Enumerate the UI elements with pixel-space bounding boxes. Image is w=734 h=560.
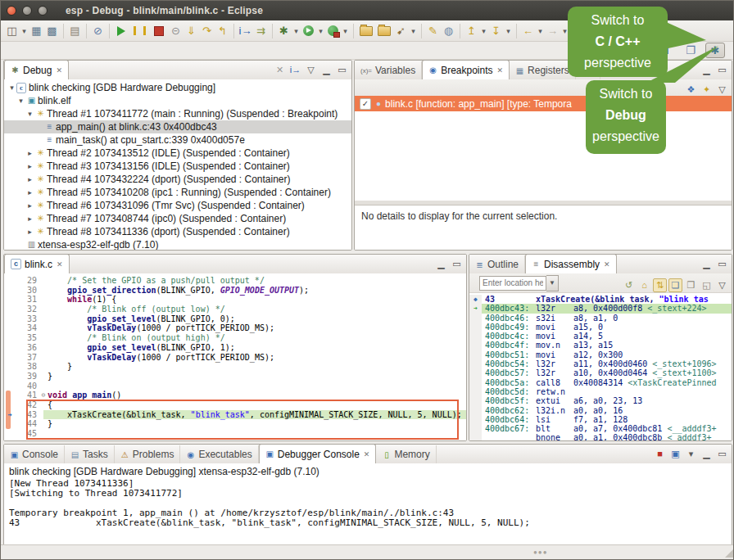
expander-icon[interactable]: ▾ [7, 81, 16, 94]
disassembly-row[interactable]: 400dbc5f:extuia6, a0, 23, 13 [469, 396, 732, 405]
save-icon[interactable]: ▦ [29, 23, 44, 39]
disassembly-row[interactable]: 400dbc64:lsif7, a1, 128 [469, 415, 732, 424]
disassembly-listing[interactable]: ◆43xTaskCreate(&blink_task, "blink_tas➜4… [469, 293, 732, 440]
expander-icon[interactable]: ▸ [25, 147, 34, 160]
fold-marker-icon[interactable]: ⊖ [39, 391, 48, 400]
back-menu-icon[interactable]: ▾ [536, 23, 545, 39]
line-number[interactable]: 36 [16, 343, 39, 353]
expander-icon[interactable]: ▸ [25, 212, 34, 225]
disassembly-row[interactable]: 400dbc4f:mov.na13, a15 [469, 341, 732, 350]
line-number[interactable]: 42 [16, 400, 39, 410]
expander-icon[interactable]: ▸ [25, 160, 34, 173]
home-icon[interactable]: ⌂ [637, 278, 651, 292]
new-wizard-menu-icon[interactable]: ▾ [20, 23, 29, 39]
view-menu-icon[interactable]: ▽ [304, 63, 318, 77]
tab-executables[interactable]: ◉Executables [180, 445, 258, 463]
minimize-icon[interactable]: ▁ [434, 257, 448, 271]
location-dropdown-icon[interactable]: ▼ [546, 275, 559, 291]
disassembly-row[interactable]: 400dbc46:s32ia8, a1, 0 [469, 314, 732, 323]
disconnect-icon[interactable]: ⊝ [168, 23, 184, 39]
tab-memory[interactable]: ▯Memory [376, 445, 436, 463]
line-number[interactable]: 29 [16, 276, 39, 286]
disassembly-row[interactable]: 400dbc5d:retw.n [469, 387, 732, 396]
debug-tree-item[interactable]: ▥xtensa-esp32-elf-gdb (7.10) [4, 238, 351, 251]
debug-tree-item[interactable]: ▸✳Thread #2 1073413512 (IDLE) (Suspended… [4, 147, 351, 160]
minimize-button[interactable] [22, 6, 32, 16]
external-tools-icon[interactable] [328, 25, 338, 36]
terminate-console-icon[interactable]: ■ [653, 447, 667, 461]
expander-icon[interactable]: ▾ [16, 94, 25, 107]
show-source-icon[interactable]: ❏ [668, 278, 682, 292]
suspend-icon[interactable] [134, 26, 146, 35]
console-output[interactable]: blink checking [GDB Hardware Debugging] … [4, 463, 732, 546]
remove-all-terminated-icon[interactable]: ✕ [273, 63, 287, 77]
line-number[interactable]: 34 [16, 323, 39, 333]
cpp-perspective-icon[interactable]: ❐ [681, 43, 700, 58]
line-number[interactable]: 39 [16, 372, 39, 382]
disassembly-row[interactable]: 400dbc51:movia12, 0x300 [469, 350, 732, 359]
build-icon[interactable]: ▤ [67, 23, 83, 39]
debug-tree-item[interactable]: ▸✳Thread #3 1073413156 (IDLE) (Suspended… [4, 160, 351, 173]
tab-outline[interactable]: ≣Outline [469, 255, 525, 273]
line-number[interactable]: 37 [16, 353, 39, 363]
debug-tree-item[interactable]: ▸✳Thread #6 1073431096 (Tmr Svc) (Suspen… [4, 199, 351, 212]
disassembly-source-line[interactable]: ◆43xTaskCreate(&blink_task, "blink_tas [469, 295, 732, 304]
display-selected-console-icon[interactable]: ▣ [668, 447, 682, 461]
line-number[interactable]: 31 [16, 295, 39, 305]
debug-tree-item[interactable]: ▾cblink checking [GDB Hardware Debugging… [4, 81, 351, 94]
step-into-icon[interactable]: ⇓ [184, 23, 199, 39]
instruction-stepping-icon[interactable]: i→ [238, 23, 253, 39]
run-menu-icon[interactable]: ▾ [316, 23, 325, 39]
last-edit-location-icon[interactable]: ↥ [464, 23, 479, 39]
debug-tree-item[interactable]: ▸✳Thread #4 1073432224 (dport) (Suspende… [4, 173, 351, 186]
debug-tree-item[interactable]: ▾✳Thread #1 1073411772 (main : Running) … [4, 107, 351, 120]
close-icon[interactable]: ✕ [57, 260, 63, 269]
refresh-icon[interactable]: ↺ [622, 278, 636, 292]
debug-perspective-icon[interactable]: ✱ [705, 43, 725, 58]
flash-icon[interactable]: ➹ [393, 23, 409, 39]
disassembly-row[interactable]: 400dbc5a:call80x40084314 <xTaskCreatePin… [469, 378, 732, 387]
tab-tasks[interactable]: ▤Tasks [65, 445, 115, 463]
line-number[interactable]: 33 [16, 314, 39, 324]
step-return-icon[interactable]: ↰ [215, 23, 230, 39]
line-number[interactable]: 45 [16, 429, 39, 439]
tab-problems[interactable]: ⚠Problems [115, 445, 181, 463]
location-input[interactable] [479, 276, 546, 291]
breakpoint-checkbox[interactable]: ✓ [360, 98, 371, 110]
minimize-icon[interactable]: ▁ [319, 63, 333, 77]
debug-tree-item[interactable]: ▸✳Thread #8 1073411336 (dport) (Suspende… [4, 225, 351, 238]
line-number[interactable]: 44 [16, 419, 39, 429]
show-breakpoints-for-selection-icon[interactable]: ❖ [684, 83, 698, 97]
last-edit-menu-icon[interactable]: ▾ [479, 23, 488, 39]
line-number[interactable]: 43 [16, 410, 39, 420]
tab-breakpoints[interactable]: ◉Breakpoints✕ [422, 60, 510, 80]
open-type-icon[interactable] [360, 26, 373, 36]
resume-icon[interactable] [117, 26, 125, 36]
step-over-icon[interactable]: ↷ [199, 23, 215, 39]
debug-tree-item[interactable]: ≡app_main() at blink.c:43 0x400dbc43 [4, 120, 351, 133]
view-menu-icon[interactable]: ▽ [715, 278, 729, 292]
display-console-menu-icon[interactable]: ▾ [684, 447, 698, 461]
close-icon[interactable]: ✕ [56, 66, 62, 75]
instruction-stepping-mode-icon[interactable]: i→ [288, 63, 302, 77]
breakpoint-row[interactable]: ✓ ● blink.c [function: app_main] [type: … [355, 96, 732, 111]
disassembly-row[interactable]: 400dbc4c:movia14, 5 [469, 332, 732, 341]
tab-debug[interactable]: ✱ Debug ✕ [4, 60, 69, 80]
close-button[interactable] [7, 6, 16, 16]
flash-menu-icon[interactable]: ▾ [409, 23, 418, 39]
tab-registers[interactable]: ▦Registers [510, 61, 576, 79]
disassembly-row[interactable]: 400dbc49:movia15, 0 [469, 323, 732, 332]
expander-icon[interactable]: ▾ [25, 107, 34, 120]
maximize-icon[interactable]: ▭ [715, 257, 729, 271]
disassembly-row[interactable]: 400dbc67:blta0, a7, 0x400dbc81 <__adddf3… [469, 424, 732, 433]
line-number[interactable]: 40 [16, 382, 39, 391]
close-icon[interactable]: ✕ [497, 66, 504, 75]
skip-all-breakpoints-icon[interactable]: ⊘ [90, 23, 106, 39]
terminate-icon[interactable] [154, 26, 164, 36]
external-tools-menu-icon[interactable]: ▾ [341, 23, 350, 39]
disassembly-row[interactable]: 400dbc54:l32ra11, 0x400d0460 <_stext+109… [469, 359, 732, 368]
expander-icon[interactable]: ▸ [25, 225, 34, 238]
line-number[interactable]: 38 [16, 362, 39, 372]
minimize-icon[interactable]: ▁ [700, 63, 714, 77]
maximize-icon[interactable]: ▭ [450, 257, 464, 271]
